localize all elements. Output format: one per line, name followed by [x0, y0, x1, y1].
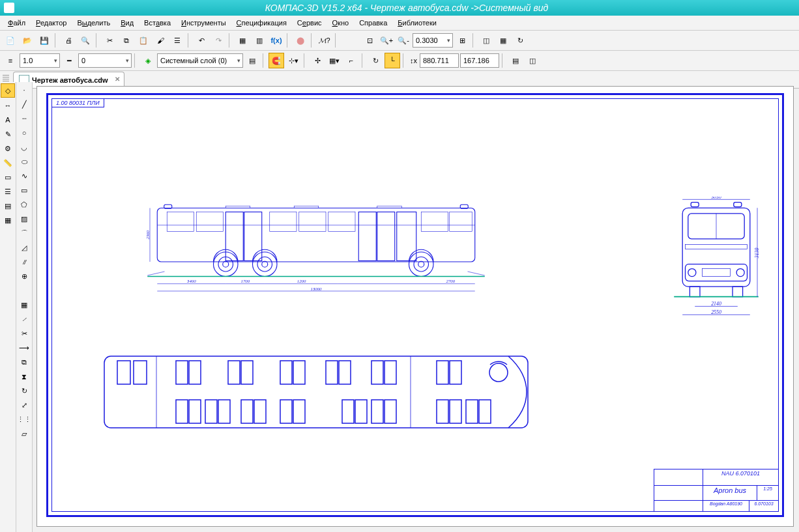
menu-file[interactable]: ФФайлайл	[3, 17, 31, 29]
redo-button[interactable]: ↷	[211, 33, 226, 48]
open-button[interactable]: 📂	[20, 33, 35, 48]
brush-button[interactable]: 🖌	[153, 33, 168, 48]
line-tool[interactable]: ╱	[18, 98, 31, 111]
new-button[interactable]: 📄	[3, 33, 18, 48]
svg-text:1700: 1700	[241, 279, 250, 283]
extend-tool[interactable]: ⟶	[18, 341, 31, 354]
menu-tools[interactable]: Инструменты	[176, 17, 231, 29]
table-tool[interactable]: ▦	[18, 298, 31, 311]
x-coord-input[interactable]: 880.711	[420, 53, 459, 68]
help-button[interactable]: 𝓜?	[317, 33, 332, 48]
layer-button[interactable]: ◈	[140, 53, 156, 68]
polygon-tool[interactable]: ⬠	[18, 198, 31, 211]
deform-tool[interactable]: ▱	[18, 427, 31, 440]
measure-tool[interactable]: 📏	[1, 156, 14, 169]
snap-settings-button[interactable]: ⊹▾	[285, 53, 301, 68]
arc-tool[interactable]: ◡	[18, 141, 31, 154]
hatch-tool[interactable]: ▨	[18, 212, 31, 225]
zoom-out-button[interactable]: 🔍-	[396, 33, 411, 48]
select-tool[interactable]: ▭	[1, 171, 14, 184]
window-title: КОМПАС-3D V15.2 x64 - Чертеж автобуса.cd…	[265, 3, 549, 13]
break-tool[interactable]: ⟋	[18, 313, 31, 326]
point-tool[interactable]: ·	[18, 83, 31, 96]
drawing-canvas[interactable]: 1.00 80031 ПЛИ	[36, 86, 794, 527]
undo-button[interactable]: ↶	[194, 33, 209, 48]
grid-button[interactable]: ▦▾	[327, 53, 342, 68]
y-coord-input[interactable]: 167.186	[460, 53, 499, 68]
snap-button[interactable]: 🧲	[269, 53, 284, 68]
linestyle-combo[interactable]: 0	[78, 53, 132, 68]
svg-rect-83	[218, 400, 230, 423]
menu-editor[interactable]: Редактор	[31, 17, 72, 29]
aux-line-tool[interactable]: ┈	[18, 112, 31, 125]
offset-tool[interactable]: ⫽	[18, 255, 31, 268]
svg-rect-91	[385, 400, 396, 423]
print-button[interactable]: 🖨	[61, 33, 76, 48]
menu-help[interactable]: Справка	[354, 17, 392, 29]
svg-point-49	[736, 269, 744, 277]
zoom-window-button[interactable]: ⊡	[362, 33, 377, 48]
param-button[interactable]: ◫	[525, 53, 540, 68]
zoom-combo[interactable]: 0.3030	[413, 33, 453, 48]
save-button[interactable]: 💾	[36, 33, 52, 48]
edit-tool[interactable]: ✎	[1, 128, 14, 141]
layer-combo[interactable]: Системный слой (0)	[157, 53, 243, 68]
svg-rect-95	[479, 400, 491, 423]
stop-button[interactable]: ⬤	[293, 33, 308, 48]
menu-libs[interactable]: Библиотеки	[392, 17, 442, 29]
zoom-fit-button[interactable]: ⊞	[454, 33, 470, 48]
svg-rect-72	[293, 361, 305, 384]
variables-button[interactable]: f(x)	[269, 33, 284, 48]
spline-tool[interactable]: ∿	[18, 169, 31, 182]
cut-button[interactable]: ✂	[102, 33, 117, 48]
rect-tool[interactable]: ▭	[18, 184, 31, 197]
circle-tool[interactable]: ○	[18, 126, 31, 139]
lineweight-combo[interactable]: 1.0	[20, 53, 60, 68]
fillet-tool[interactable]: ⌒	[18, 227, 31, 240]
array-tool[interactable]: ⋮⋮	[18, 413, 31, 426]
dims-tool[interactable]: ↔	[1, 99, 14, 112]
reports-tool[interactable]: ▤	[1, 199, 14, 212]
menu-insert[interactable]: Вставка	[139, 17, 176, 29]
menu-select[interactable]: Выделить	[72, 17, 115, 29]
collect-tool[interactable]: ⊕	[18, 270, 31, 283]
linetype-button[interactable]: ━	[61, 53, 77, 68]
copy-button[interactable]: ⧉	[119, 33, 134, 48]
param-tool[interactable]: ⚙	[1, 142, 14, 155]
chamfer-tool[interactable]: ◿	[18, 241, 31, 254]
properties-button[interactable]: ☰	[169, 33, 185, 48]
preview-button[interactable]: 🔍	[78, 33, 93, 48]
linestyle-button[interactable]: ≡	[3, 53, 18, 68]
layer-manager-button[interactable]: ▤	[244, 53, 260, 68]
geometry-tool[interactable]: ◇	[1, 83, 15, 98]
local-cs-button[interactable]: └	[385, 53, 400, 68]
library-button[interactable]: ▥	[252, 33, 267, 48]
menu-view[interactable]: Вид	[115, 17, 139, 29]
paste-button[interactable]: 📋	[136, 33, 151, 48]
ortho-button[interactable]: ⌐	[343, 53, 359, 68]
mirror-tool[interactable]: ⧗	[18, 370, 31, 383]
zoom-in-button[interactable]: 🔍+	[379, 33, 394, 48]
tool-panel-left: · ╱ ┈ ○ ◡ ⬭ ∿ ▭ ⬠ ▨ ⌒ ◿ ⫽ ⊕ ▦ ⟋ ✂ ⟶ ⧉ ⧗ …	[16, 82, 33, 532]
menu-window[interactable]: Окно	[327, 17, 355, 29]
spec-tool[interactable]: ☰	[1, 185, 14, 198]
trim-tool[interactable]: ✂	[18, 327, 31, 340]
insert-tool[interactable]: ▦	[1, 214, 14, 227]
menu-spec[interactable]: Спецификация	[231, 17, 292, 29]
ellipse-tool[interactable]: ⬭	[18, 155, 31, 168]
constraints-button[interactable]: ▤	[508, 53, 523, 68]
round-button[interactable]: ↻	[368, 53, 383, 68]
app-logo-icon	[4, 3, 14, 13]
orient2-button[interactable]: ▦	[495, 33, 511, 48]
text-tool[interactable]: A	[1, 113, 14, 126]
menu-service[interactable]: Сервис	[292, 17, 327, 29]
manager-button[interactable]: ▦	[235, 33, 250, 48]
svg-rect-92	[437, 400, 448, 423]
scale-tool[interactable]: ⤢	[18, 399, 31, 412]
refresh-button[interactable]: ↻	[512, 33, 528, 48]
svg-rect-50	[702, 269, 730, 277]
orient-button[interactable]: ◫	[478, 33, 494, 48]
rotate-tool[interactable]: ↻	[18, 384, 31, 397]
copy-tool[interactable]: ⧉	[18, 356, 31, 369]
coords-button[interactable]: ✢	[310, 53, 325, 68]
